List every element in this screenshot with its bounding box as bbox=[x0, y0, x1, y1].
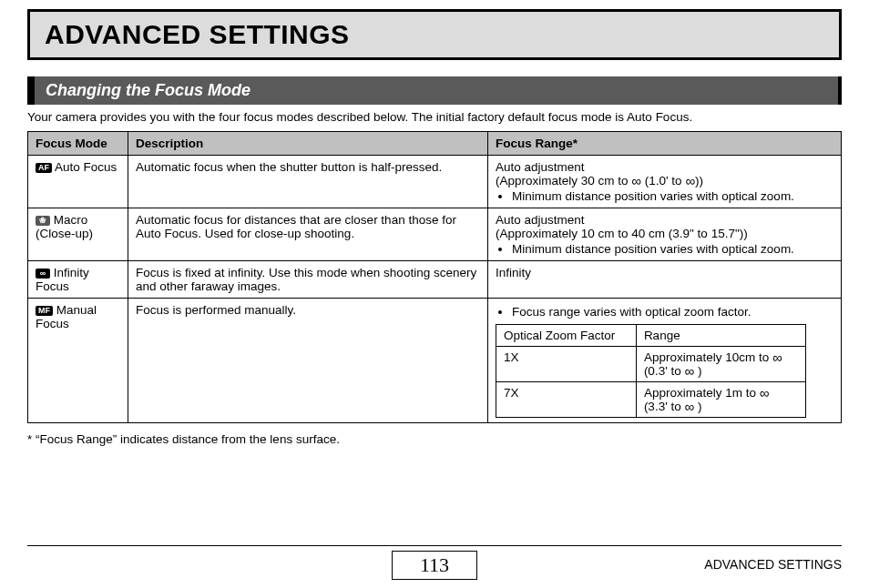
inner-h1: Optical Zoom Factor bbox=[496, 325, 637, 347]
table-row: MF Manual Focus Focus is performed manua… bbox=[28, 299, 842, 423]
table-row: ❀ Macro (Close-up) Automatic focus for d… bbox=[28, 208, 842, 261]
infinity-icon: ∞ bbox=[760, 385, 770, 400]
mode-range: Auto adjustment (Approximately 10 cm to … bbox=[488, 208, 842, 261]
page-title: ADVANCED SETTINGS bbox=[45, 19, 824, 50]
range-text: (Approximately 10 cm to 40 cm (3.9" to 1… bbox=[496, 227, 748, 240]
range-text: Approximately 10cm to bbox=[644, 350, 772, 364]
infinity-icon: ∞ bbox=[631, 173, 641, 188]
infinity-icon: ∞ bbox=[684, 399, 694, 414]
mode-desc: Automatic focus when the shutter button … bbox=[128, 156, 488, 208]
page-footer: 113 ADVANCED SETTINGS bbox=[27, 545, 842, 581]
macro-icon: ❀ bbox=[36, 216, 50, 226]
mf-icon: MF bbox=[36, 306, 53, 316]
af-icon: AF bbox=[36, 163, 52, 173]
range-bullet: Focus range varies with optical zoom fac… bbox=[512, 305, 833, 319]
intro-text: Your camera provides you with the four f… bbox=[27, 110, 842, 124]
inner-cell: 1X bbox=[496, 347, 637, 382]
range-text: (1.0' to bbox=[641, 174, 685, 188]
range-text: ) bbox=[694, 400, 701, 413]
range-text: (Approximately 30 cm to bbox=[496, 174, 631, 188]
range-text: Auto adjustment bbox=[496, 213, 585, 227]
infinity-icon: ∞ bbox=[684, 363, 694, 379]
th-focus-mode: Focus Mode bbox=[28, 132, 128, 156]
range-text: (0.3' to bbox=[644, 364, 685, 378]
mode-desc: Automatic focus for distances that are c… bbox=[128, 208, 488, 261]
focus-mode-table: Focus Mode Description Focus Range* AF A… bbox=[27, 131, 842, 423]
th-focus-range: Focus Range* bbox=[488, 132, 842, 156]
table-row: ∞ Infinity Focus Focus is fixed at infin… bbox=[28, 261, 842, 299]
table-row: AF Auto Focus Automatic focus when the s… bbox=[28, 156, 842, 208]
infinity-icon: ∞ bbox=[772, 350, 782, 365]
inner-cell: Approximately 1m to ∞ (3.3' to ∞ ) bbox=[636, 382, 805, 418]
mode-label: Auto Focus bbox=[52, 160, 117, 174]
mode-desc: Focus is fixed at infinity. Use this mod… bbox=[128, 261, 488, 299]
mode-range: Infinity bbox=[488, 261, 842, 299]
range-text: (3.3' to bbox=[644, 400, 685, 413]
zoom-range-table: Optical Zoom Factor Range 1X Approximate… bbox=[496, 324, 806, 418]
infinity-mode-icon: ∞ bbox=[36, 269, 50, 279]
range-bullet: Minimum distance position varies with op… bbox=[512, 189, 833, 203]
mode-range: Focus range varies with optical zoom fac… bbox=[488, 299, 842, 423]
range-text: ) bbox=[694, 364, 701, 378]
page-title-box: ADVANCED SETTINGS bbox=[27, 9, 842, 60]
page-number: 113 bbox=[392, 551, 477, 580]
mode-range: Auto adjustment (Approximately 30 cm to … bbox=[488, 156, 842, 208]
th-description: Description bbox=[128, 132, 488, 156]
mode-desc: Focus is performed manually. bbox=[128, 299, 488, 423]
infinity-icon: ∞ bbox=[685, 173, 695, 188]
range-text: Auto adjustment bbox=[496, 160, 585, 174]
inner-cell: Approximately 10cm to ∞ (0.3' to ∞ ) bbox=[636, 347, 805, 382]
range-bullet: Minimum distance position varies with op… bbox=[512, 242, 833, 256]
range-text: Approximately 1m to bbox=[644, 386, 760, 400]
inner-cell: 7X bbox=[496, 382, 637, 418]
section-header: Changing the Focus Mode bbox=[27, 76, 842, 105]
footnote: * “Focus Range” indicates distance from … bbox=[27, 432, 842, 446]
inner-h2: Range bbox=[636, 325, 805, 347]
footer-label: ADVANCED SETTINGS bbox=[704, 557, 842, 572]
range-text: )) bbox=[695, 174, 703, 188]
